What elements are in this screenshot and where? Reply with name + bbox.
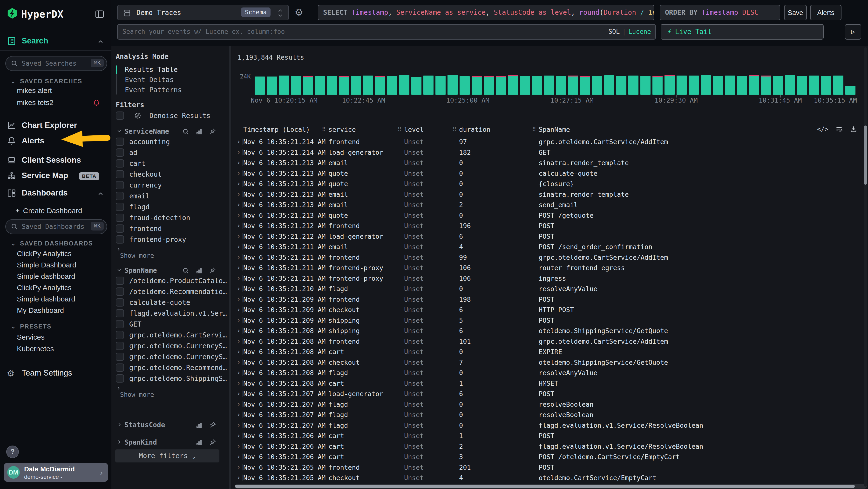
histogram-bar[interactable] [749,75,759,95]
histogram-bar[interactable] [447,75,458,95]
sql-toggle[interactable]: SQL [608,28,620,35]
histogram-bar[interactable] [411,77,422,95]
table-row[interactable]: ›Nov 6 10:35:21.206 AMcartUnset2flagd.ev… [232,441,868,452]
row-expand-icon[interactable]: › [237,306,241,314]
help-button[interactable]: ? [6,445,19,458]
saved-searches-input[interactable]: Saved Searches ⌘K [5,56,107,71]
row-expand-icon[interactable]: › [237,274,241,282]
column-drag-handle[interactable]: ⠿ [322,126,326,132]
schema-badge[interactable]: Schema [241,7,271,17]
table-row[interactable]: ›Nov 6 10:35:21.212 AMload-generatorUnse… [232,231,868,242]
show-more-button[interactable]: Show more [116,385,227,396]
service-filter[interactable]: accounting [116,138,227,148]
spanname-filter[interactable]: grpc.oteldemo.CartServi… [116,331,227,342]
save-button[interactable]: Save [784,5,807,20]
table-row[interactable]: ›Nov 6 10:35:21.211 AMfrontend-proxyUnse… [232,263,868,273]
sidebar-item-search[interactable]: Search [0,34,112,48]
column-drag-handle[interactable]: ⠿ [398,126,401,132]
service-filter[interactable]: ad [116,148,227,159]
table-row[interactable]: ›Nov 6 10:35:21.213 AMemailUnset2send_em… [232,200,868,210]
histogram-bar[interactable] [435,76,445,95]
row-expand-icon[interactable]: › [237,400,241,408]
table-row[interactable]: ›Nov 6 10:35:21.209 AMfrontendUnset198PO… [232,294,868,305]
row-expand-icon[interactable]: › [237,169,241,177]
histogram-bar[interactable] [797,76,807,95]
service-filter[interactable]: checkout [116,170,227,181]
checkbox[interactable] [116,309,124,317]
row-expand-icon[interactable]: › [237,369,241,376]
run-query-button[interactable]: ▷ [845,24,861,39]
histogram-bar[interactable] [387,76,397,95]
bar-chart-icon[interactable] [195,422,203,429]
user-card[interactable]: DM Dale McDiarmid demo-service - › [4,463,108,482]
sidebar-item-client-sessions[interactable]: Client Sessions [0,153,112,168]
dashboard-item[interactable]: My Dashboard [17,306,64,317]
table-row[interactable]: ›Nov 6 10:35:21.214 AMfrontendUnset97grp… [232,137,868,147]
create-dashboard-button[interactable]: +Create Dashboard [16,207,82,215]
checkbox[interactable] [116,159,124,168]
analysis-mode-option[interactable]: Results Table [116,65,222,75]
horizontal-scrollbar[interactable] [235,484,867,489]
histogram-bar[interactable] [664,75,675,95]
search-icon[interactable] [182,128,189,135]
row-expand-icon[interactable]: › [237,242,241,251]
checkbox[interactable] [116,342,124,350]
row-expand-icon[interactable]: › [237,148,241,156]
row-expand-icon[interactable]: › [237,453,241,461]
show-more-button[interactable]: Show more [116,246,227,257]
histogram-bar[interactable] [616,76,626,95]
row-expand-icon[interactable]: › [237,138,241,146]
table-row[interactable]: ›Nov 6 10:35:21.212 AMfrontendUnset196PO… [232,221,868,231]
histogram-bar[interactable] [484,76,494,95]
sidebar-item-team-settings[interactable]: ⚙ Team Settings [0,366,112,380]
histogram-bar[interactable] [725,76,735,95]
spanname-filter[interactable]: grpc.oteldemo.CurrencyS… [116,342,227,353]
histogram-bar[interactable] [255,77,265,95]
table-row[interactable]: ›Nov 6 10:35:21.210 AMflagdUnset0resolve… [232,284,868,294]
filter-group-spanname[interactable]: SpanName [116,265,228,276]
histogram-bar[interactable] [339,76,349,95]
service-filter[interactable]: cart [116,159,227,170]
spanname-filter[interactable]: flagd.evaluation.v1.Ser… [116,309,227,320]
row-expand-icon[interactable]: › [237,179,241,188]
dashboard-item[interactable]: Simple dashboard [17,295,75,306]
table-row[interactable]: ›Nov 6 10:35:21.206 AMcartUnset3POST /ot… [232,452,868,462]
histogram-bar[interactable] [652,76,662,95]
bar-chart-icon[interactable] [195,267,203,274]
table-row[interactable]: ›Nov 6 10:35:21.207 AMflagdUnset0resolve… [232,410,868,420]
download-icon[interactable] [850,125,858,133]
table-row[interactable]: ›Nov 6 10:35:21.207 AMflagdUnset0flagd.e… [232,420,868,431]
row-expand-icon[interactable]: › [237,473,241,482]
gear-icon[interactable]: ⚙ [294,7,303,18]
analysis-mode-option[interactable]: Event Deltas [116,75,222,85]
spanname-filter[interactable]: grpc.oteldemo.Recommend… [116,364,227,374]
histogram-bar[interactable] [544,76,554,95]
service-filter[interactable]: frontend [116,225,227,235]
col-duration[interactable]: duration [459,126,490,133]
row-expand-icon[interactable]: › [237,337,241,345]
histogram-bar[interactable] [761,76,771,95]
checkbox[interactable] [116,320,124,328]
checkbox[interactable] [116,170,124,178]
checkbox[interactable] [116,287,124,296]
histogram-bar[interactable] [845,86,856,95]
table-row[interactable]: ›Nov 6 10:35:21.205 AMfrontendUnset201PO… [232,462,868,473]
pin-icon[interactable] [209,267,216,274]
service-filter[interactable]: currency [116,181,227,192]
table-row[interactable]: ›Nov 6 10:35:21.207 AMflagdUnset0resolve… [232,399,868,410]
saved-dashboards-section[interactable]: ⌄SAVED DASHBOARDS [10,240,93,247]
saved-search-item[interactable]: mikes alert [17,86,108,97]
histogram-bar[interactable] [821,76,831,95]
pin-icon[interactable] [209,439,216,446]
row-expand-icon[interactable]: › [237,295,241,303]
checkbox[interactable] [116,192,124,200]
histogram-bar[interactable] [833,76,843,95]
histogram-bar[interactable] [809,76,819,95]
row-expand-icon[interactable]: › [237,285,241,292]
histogram-bar[interactable] [375,76,385,95]
service-filter[interactable]: frontend-proxy [116,235,227,246]
histogram-bar[interactable] [701,75,711,95]
row-expand-icon[interactable]: › [237,463,241,471]
histogram-bar[interactable] [315,76,325,95]
checkbox[interactable] [116,364,124,372]
